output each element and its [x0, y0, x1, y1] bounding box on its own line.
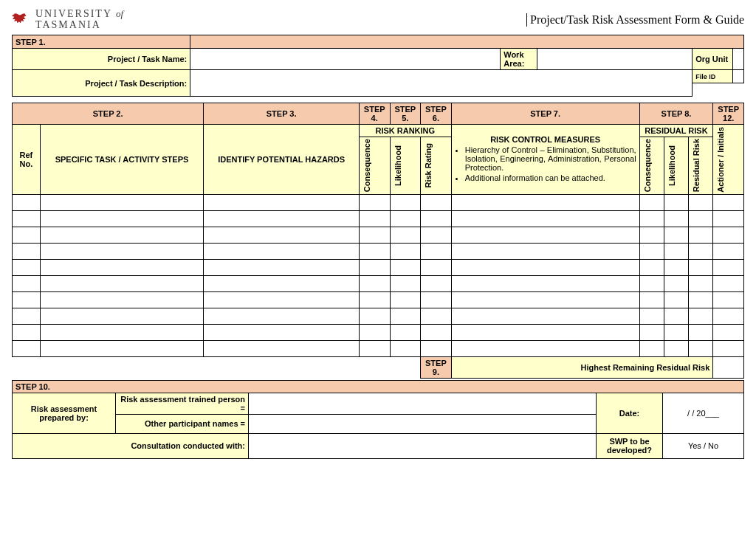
table-row[interactable]: [13, 291, 744, 308]
table-row[interactable]: [13, 308, 744, 324]
org-unit-field[interactable]: [733, 49, 744, 70]
consequence2-header: Consequence: [639, 137, 664, 194]
residual-header: Residual Risk: [689, 137, 713, 194]
table-row[interactable]: [13, 275, 744, 291]
trained-person-label: Risk assessment trained person =: [116, 393, 249, 414]
step3-header: STEP 3.: [204, 103, 360, 125]
table-row[interactable]: [13, 194, 744, 210]
work-area-label: Work Area:: [501, 49, 537, 70]
table-row[interactable]: [13, 210, 744, 227]
step10-table: STEP 10. Risk assessment prepared by: Ri…: [12, 380, 744, 459]
file-id-label: File ID: [693, 70, 733, 83]
step1-header: STEP 1.: [13, 35, 190, 49]
table-row[interactable]: [13, 324, 744, 340]
ref-no-header: Ref No.: [13, 125, 41, 194]
swp-label: SWP to be developed?: [597, 433, 663, 458]
table-row[interactable]: [13, 340, 744, 356]
step9-label: Highest Remaining Residual Risk: [451, 356, 713, 378]
table-row[interactable]: [13, 227, 744, 243]
consequence-header: Consequence: [359, 137, 390, 194]
risk-ranking-header: RISK RANKING: [359, 125, 451, 137]
table-row[interactable]: [13, 243, 744, 259]
other-names-label: Other participant names =: [116, 414, 249, 433]
prepared-by-label: Risk assessment prepared by:: [13, 393, 116, 433]
other-names-field[interactable]: [249, 414, 597, 433]
step7-header: STEP 7.: [451, 103, 639, 125]
step4-header: STEP 4.: [359, 103, 390, 125]
project-desc-label: Project / Task Description:: [13, 70, 190, 97]
org-unit-label: Org Unit: [693, 49, 733, 70]
step12-header: STEP 12.: [713, 103, 744, 125]
trained-person-field[interactable]: [249, 393, 597, 414]
step2-header: STEP 2.: [13, 103, 204, 125]
step5-header: STEP 5.: [390, 103, 421, 125]
lion-icon: [12, 10, 31, 30]
swp-field[interactable]: Yes / No: [663, 433, 744, 458]
logo-text: UNIVERSITY of TASMANIA: [35, 9, 123, 30]
likelihood2-header: Likelihood: [664, 137, 688, 194]
step1-table: STEP 1. Project / Task Name: Work Area: …: [12, 35, 744, 97]
project-name-label: Project / Task Name:: [13, 49, 190, 70]
step6-header: STEP 6.: [421, 103, 452, 125]
actioner-header: Actioner / Initials: [713, 125, 744, 194]
residual-risk-header: RESIDUAL RISK: [639, 125, 713, 137]
likelihood-header: Likelihood: [390, 137, 421, 194]
file-id-field[interactable]: [733, 70, 744, 83]
project-desc-field[interactable]: [190, 70, 693, 97]
table-row[interactable]: [13, 259, 744, 275]
consultation-field[interactable]: [249, 433, 597, 458]
task-steps-header: SPECIFIC TASK / ACTIVITY STEPS: [40, 125, 204, 194]
step10-header: STEP 10.: [13, 380, 744, 393]
controls-header: RISK CONTROL MEASURES Hierarchy of Contr…: [451, 125, 639, 194]
risk-rating-header: Risk Rating: [421, 137, 452, 194]
date-label: Date:: [597, 393, 663, 433]
work-area-field[interactable]: [537, 49, 693, 70]
step8-header: STEP 8.: [639, 103, 713, 125]
risk-grid: STEP 2. STEP 3. STEP 4. STEP 5. STEP 6. …: [12, 103, 744, 378]
step9-header: STEP 9.: [421, 356, 452, 378]
project-name-field[interactable]: [190, 49, 501, 70]
consultation-label: Consultation conducted with:: [13, 433, 249, 458]
logo: UNIVERSITY of TASMANIA: [12, 9, 123, 30]
page-title: Project/Task Risk Assessment Form & Guid…: [526, 13, 744, 27]
hazards-header: IDENTIFY POTENTIAL HAZARDS: [204, 125, 360, 194]
step9-field[interactable]: [713, 356, 744, 378]
date-field[interactable]: / / 20___: [663, 393, 744, 433]
